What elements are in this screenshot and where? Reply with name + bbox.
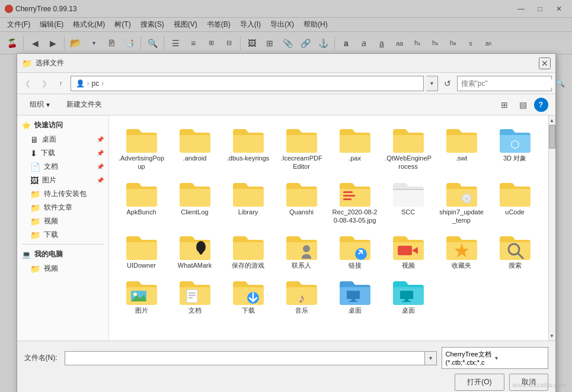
file-label-uidowner: UIDowner: [127, 261, 156, 269]
dialog-titlebar: 📁 选择文件 ✕: [17, 54, 555, 73]
file-item-contacts[interactable]: 联系人: [275, 229, 328, 274]
pics-icon: 🖼: [30, 176, 39, 185]
file-item-favorites[interactable]: 收藏夹: [435, 229, 488, 274]
scroll-up-arrow[interactable]: ▲: [549, 115, 555, 125]
file-label-icecream: .IcecreamPDF Editor: [278, 154, 325, 171]
file-item-music[interactable]: ♪ 音乐: [275, 274, 328, 319]
file-item-qtwebengine[interactable]: .QtWebEngineProcess: [382, 121, 435, 175]
file-label-whatamark: WhatAMark: [178, 261, 212, 269]
file-item-desktop-blue[interactable]: 桌面: [328, 274, 382, 319]
file-item-savedgames[interactable]: 保存的游戏: [222, 229, 275, 274]
file-item-links[interactable]: 链接: [328, 229, 382, 274]
file-label-documents: 文档: [188, 306, 202, 314]
file-label-shipin7: shipin7_update_temp: [438, 208, 485, 225]
folder-icon-desktop-teal: [392, 278, 425, 306]
file-item-ucode[interactable]: uCode: [488, 175, 542, 229]
dialog-bottom: 文件名(N): ▾ CherryTree文档 (*.ctb;*.ctx;*.c …: [17, 340, 555, 392]
quick-access-header[interactable]: ⭐ 快速访问: [17, 118, 108, 133]
file-item-scc[interactable]: SCC: [382, 175, 435, 229]
file-item-dbus[interactable]: .dbus-keyrings: [222, 121, 275, 175]
file-item-android[interactable]: .android: [168, 121, 222, 175]
file-item-rec[interactable]: Rec_2020-08-20-08-43-05.jpg: [328, 175, 382, 229]
file-item-documents[interactable]: 文档: [168, 274, 222, 319]
svg-rect-28: [402, 301, 411, 302]
scroll-track[interactable]: [549, 125, 555, 331]
new-folder-button[interactable]: 新建文件夹: [60, 97, 108, 113]
file-item-icecream[interactable]: .IcecreamPDF Editor: [275, 121, 328, 175]
sidebar-desktop1-label: 桌面: [42, 134, 56, 144]
file-label-scc: SCC: [401, 208, 415, 216]
file-label-clientlog: ClientLog: [181, 208, 208, 216]
file-item-advertising[interactable]: .AdvertisingPopup: [115, 121, 168, 175]
file-item-searches[interactable]: 搜索: [488, 229, 542, 274]
file-label-desktop-teal: 桌面: [402, 306, 415, 314]
folder-icon-shipin7: ↑: [445, 179, 478, 208]
view-details-button[interactable]: ▤: [515, 97, 532, 113]
sidebar-item-download2[interactable]: 📁 下载: [17, 228, 108, 242]
file-item-uidowner[interactable]: UIDowner: [115, 229, 168, 274]
folder-icon-rec: [338, 179, 372, 208]
svg-point-15: [133, 293, 137, 296]
sidebar-item-download1[interactable]: ⬇ 下载 📌: [17, 146, 108, 160]
sidebar-pending-label: 待上传安装包: [44, 189, 87, 199]
folder-icon-library: [232, 179, 265, 208]
file-label-downloads: 下载: [242, 306, 255, 314]
sidebar-item-video2[interactable]: 📁 视频: [17, 262, 108, 275]
file-item-apkbunch[interactable]: ApkBunch: [115, 175, 168, 229]
folder-icon-3d: ⬡: [498, 126, 532, 154]
filename-input[interactable]: [65, 352, 424, 365]
file-item-desktop-teal[interactable]: 桌面: [382, 274, 435, 319]
view-large-button[interactable]: ⊞: [496, 97, 513, 113]
scroll-down-arrow[interactable]: ▼: [549, 331, 555, 340]
file-item-3d[interactable]: ⬡ 3D 对象: [488, 121, 542, 175]
quick-access-star: ⭐: [22, 121, 31, 130]
file-label-links: 链接: [349, 261, 362, 269]
file-item-shipin7[interactable]: ↑ shipin7_update_temp: [435, 175, 488, 229]
organize-button[interactable]: 组织 ▾: [24, 97, 55, 113]
file-item-library[interactable]: Library: [222, 175, 275, 229]
file-item-videos[interactable]: 视频: [382, 229, 435, 274]
file-label-videos: 视频: [402, 261, 415, 269]
file-item-pictures[interactable]: 图片: [115, 274, 168, 319]
file-item-quanshi[interactable]: Quanshi: [275, 175, 328, 229]
filetype-select[interactable]: CherryTree文档 (*.ctb;*.ctx;*.c ▾: [442, 347, 548, 369]
nav-forward-button[interactable]: ❯: [37, 76, 52, 91]
file-item-swt[interactable]: .swt: [435, 121, 488, 175]
sidebar-item-desktop1[interactable]: 🖥 桌面 📌: [17, 133, 108, 146]
filename-dropdown-button[interactable]: ▾: [424, 352, 436, 365]
file-label-savedgames: 保存的游戏: [232, 261, 264, 269]
file-grid: .AdvertisingPopup .android: [109, 115, 548, 340]
scroll-thumb[interactable]: [549, 125, 555, 149]
file-label-music: 音乐: [295, 306, 308, 314]
watermark: www.xiazaiba.com: [513, 381, 566, 388]
dialog-title: 选择文件: [36, 58, 539, 68]
sidebar-download1-label: 下载: [41, 148, 55, 158]
file-label-advertising: .AdvertisingPopup: [118, 154, 165, 171]
toolbar2-right: ⊞ ▤ ?: [496, 97, 548, 113]
file-item-downloads[interactable]: 下载: [222, 274, 275, 319]
right-scrollbar[interactable]: ▲ ▼: [548, 115, 555, 340]
file-item-pax[interactable]: .pax: [328, 121, 382, 175]
folder-icon-documents: [178, 278, 212, 306]
addr-dropdown-button[interactable]: ▾: [426, 76, 438, 91]
nav-up-button[interactable]: ↑: [54, 76, 68, 91]
my-pc-header[interactable]: 💻 我的电脑: [17, 247, 108, 262]
sidebar-item-software[interactable]: 📁 软件文章: [17, 201, 108, 214]
file-item-whatamark[interactable]: WhatAMark: [168, 229, 222, 274]
addr-path-pc: pc: [92, 79, 100, 88]
address-path[interactable]: 👤 › pc ›: [71, 76, 424, 91]
open-button[interactable]: 打开(O): [455, 374, 504, 391]
file-item-clientlog[interactable]: ClientLog: [168, 175, 222, 229]
sidebar-item-pics1[interactable]: 🖼 图片 📌: [17, 173, 108, 187]
sidebar-item-pending[interactable]: 📁 待上传安装包: [17, 187, 108, 201]
help-button[interactable]: ?: [534, 98, 548, 112]
nav-back-button[interactable]: ❮: [21, 76, 35, 91]
sidebar-item-video1[interactable]: 📁 视频: [17, 214, 108, 228]
svg-rect-26: [400, 291, 413, 299]
dialog-icon: 📁: [22, 59, 32, 68]
search-input[interactable]: [458, 79, 554, 88]
sidebar-item-docs1[interactable]: 📄 文档 📌: [17, 160, 108, 173]
dialog-close-button[interactable]: ✕: [539, 57, 551, 69]
addr-refresh-button[interactable]: ↺: [440, 76, 455, 91]
pin-icon-2: 📌: [97, 150, 104, 156]
